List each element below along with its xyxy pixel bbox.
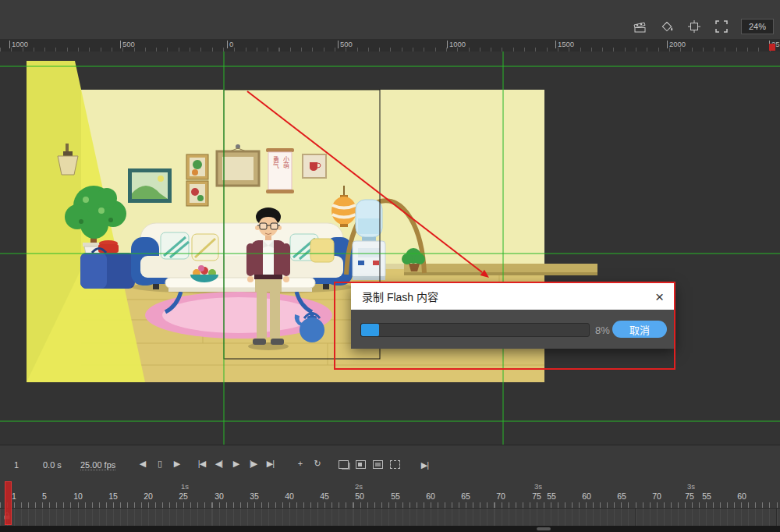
timeline-panel: 1 0.0 s 25.00 fps ◀▯▶ |◀◀|▶|▶▶| +↻ ▶| 1s… xyxy=(0,445,780,532)
tl-frame: 55 xyxy=(391,491,400,501)
ruler-label: 1000 xyxy=(9,40,28,48)
tl-frame: 60 xyxy=(737,491,746,501)
blue-bag[interactable] xyxy=(80,249,135,289)
playback-button[interactable]: ▶ xyxy=(231,459,241,469)
ruler-label: 500 xyxy=(120,40,135,48)
playback-button[interactable]: |◀ xyxy=(197,459,207,469)
tl-frame: 55 xyxy=(702,491,711,501)
ruler-label: 2000 xyxy=(667,40,686,48)
tl-frame: 65 xyxy=(617,491,626,501)
playhead[interactable] xyxy=(5,481,12,525)
tl-frame: 40 xyxy=(285,491,294,501)
tl-frame: 55 xyxy=(547,491,556,501)
progress-bar xyxy=(360,323,590,337)
tl-frame: 70 xyxy=(496,491,505,501)
timeline-tick-marks xyxy=(0,502,780,508)
tl-frame: 60 xyxy=(582,491,591,501)
frame-rate[interactable]: 25.00 fps xyxy=(80,460,115,470)
toolbar-icon-group: 24% xyxy=(632,19,774,34)
ruler-label: 0 xyxy=(227,40,233,48)
tl-frame: 50 xyxy=(355,491,364,501)
calligraphy-scroll[interactable]: 勇气 小萌 xyxy=(266,148,294,193)
tl-frame: 15 xyxy=(108,491,118,501)
layer-frames-row[interactable] xyxy=(0,508,780,527)
tl-frame: 10 xyxy=(73,491,83,501)
tl-frame: 1 xyxy=(12,491,16,501)
zoom-level-select[interactable]: 24% xyxy=(741,19,774,34)
tl-frame: 75 xyxy=(532,491,541,501)
render-clip-icon[interactable] xyxy=(632,19,647,34)
advance-frame-button[interactable]: ▶| xyxy=(420,460,430,470)
tl-second: 2s xyxy=(355,482,363,491)
red-telephone[interactable] xyxy=(98,240,119,253)
ruler-label: 1500 xyxy=(555,40,574,48)
progress-bar-fill xyxy=(361,324,379,336)
frame-step-controls: ◀▯▶ xyxy=(137,459,182,469)
animate-app-window: 24% 1000500050010001500200025 xyxy=(0,0,780,532)
playhead-tools: +↻ xyxy=(295,459,322,469)
onion-skin-outlines-icon[interactable] xyxy=(356,460,366,469)
timeline-frame-ruler[interactable]: 1510152025303540455055606570755560657075… xyxy=(0,491,780,502)
record-flash-dialog: 录制 Flash 内容 × 8% 取消 xyxy=(351,283,675,349)
top-toolbar: 24% xyxy=(0,0,780,39)
ruler-playhead-marker xyxy=(769,44,775,51)
dialog-close-button[interactable]: × xyxy=(655,289,664,304)
elapsed-time: 0.0 s xyxy=(43,460,62,470)
tl-second: 3s xyxy=(534,482,542,491)
playback-controls: |◀◀|▶|▶▶| xyxy=(197,459,275,469)
tl-second: 1s xyxy=(181,482,189,491)
playhead-tool-button[interactable]: + xyxy=(295,459,305,469)
progress-percent: 8% xyxy=(595,325,610,336)
frame-step-button[interactable]: ◀ xyxy=(137,459,147,469)
tl-frame: 75 xyxy=(685,491,694,501)
tl-frame: 70 xyxy=(652,491,661,501)
scroll-text-col2: 小萌 xyxy=(282,156,289,169)
timeline-seconds-row: 1s2s3s3s xyxy=(0,482,780,491)
tl-second: 3s xyxy=(687,482,695,491)
tl-frame: 60 xyxy=(426,491,435,501)
scroll-text-col1: 勇气 xyxy=(272,156,279,168)
scrollbar-thumb[interactable] xyxy=(537,527,551,530)
tl-frame: 25 xyxy=(179,491,188,501)
frame-step-button[interactable]: ▶ xyxy=(172,459,182,469)
stage-ruler[interactable]: 1000500050010001500200025 xyxy=(0,39,780,52)
playback-button[interactable]: ▶| xyxy=(265,459,275,469)
ruler-label: 1000 xyxy=(447,40,466,48)
stage-canvas[interactable]: 勇气 小萌 xyxy=(0,51,780,445)
tl-frame: 20 xyxy=(144,491,153,501)
dialog-title: 录制 Flash 内容 xyxy=(362,289,438,304)
edit-multiple-frames-icon[interactable] xyxy=(373,460,383,469)
modify-markers-icon[interactable] xyxy=(390,460,400,469)
tl-frame: 5 xyxy=(42,491,47,501)
living-room-scene: 勇气 小萌 xyxy=(0,51,780,445)
tl-frame: 30 xyxy=(214,491,224,501)
playhead-tool-button[interactable]: ↻ xyxy=(312,459,322,469)
ruler-label: 500 xyxy=(338,40,353,48)
playback-button[interactable]: |▶ xyxy=(248,459,258,469)
tl-frame: 65 xyxy=(461,491,470,501)
timeline-scrollbar[interactable] xyxy=(0,526,780,532)
dialog-body: 8% 取消 xyxy=(351,310,675,349)
dialog-title-bar[interactable]: 录制 Flash 内容 × xyxy=(351,283,675,310)
cancel-button[interactable]: 取消 xyxy=(612,321,667,338)
current-frame-indicator: 1 xyxy=(14,460,19,470)
paint-bucket-icon[interactable] xyxy=(659,19,675,34)
clip-bounds-icon[interactable] xyxy=(714,19,729,34)
playback-button[interactable]: ◀| xyxy=(214,459,224,469)
onion-skin-icon[interactable] xyxy=(339,460,349,469)
frame-step-button[interactable]: ▯ xyxy=(154,459,165,469)
onion-skin-controls xyxy=(339,460,400,469)
center-stage-icon[interactable] xyxy=(686,19,702,34)
tl-frame: 35 xyxy=(250,491,259,501)
tl-frame: 45 xyxy=(320,491,329,501)
